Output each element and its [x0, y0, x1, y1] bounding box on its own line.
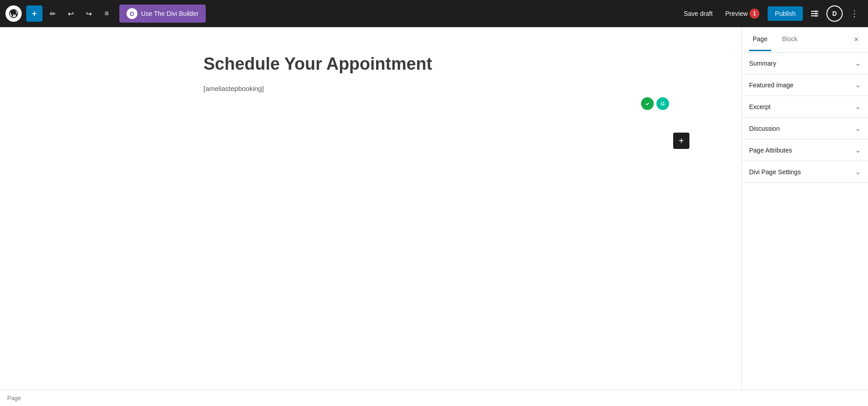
editor-inner: Schedule Your Appointment [ameliastepboo…	[185, 27, 556, 119]
svg-rect-4	[816, 10, 816, 17]
svg-rect-3	[811, 15, 818, 16]
discussion-section: Discussion ⌄	[742, 118, 868, 139]
main-area: Schedule Your Appointment [ameliastepboo…	[0, 27, 868, 390]
featured-image-section: Featured image ⌄	[742, 74, 868, 96]
editor-area: Schedule Your Appointment [ameliastepboo…	[0, 27, 741, 390]
divi-page-settings-section: Divi Page Settings ⌄	[742, 161, 868, 183]
divi-user-avatar[interactable]: D	[826, 5, 843, 22]
shortcode-block[interactable]: [ameliastepbooking]	[203, 85, 538, 92]
preview-button[interactable]: Preview 1	[721, 6, 764, 21]
featured-image-section-header[interactable]: Featured image ⌄	[742, 74, 868, 96]
undo-icon: ↩	[68, 10, 74, 18]
tab-page[interactable]: Page	[749, 28, 771, 51]
page-attributes-chevron-icon: ⌄	[855, 146, 861, 154]
grammarly-logo-icon[interactable]: G	[656, 97, 669, 110]
page-attributes-section-title: Page Attributes	[749, 147, 792, 154]
page-attributes-section-header[interactable]: Page Attributes ⌄	[742, 139, 868, 161]
divi-page-settings-section-header[interactable]: Divi Page Settings ⌄	[742, 161, 868, 182]
more-icon: ⋮	[850, 9, 859, 19]
status-bar: Page	[0, 390, 868, 406]
toggle-sidebar-button[interactable]	[807, 5, 823, 22]
svg-point-5	[645, 101, 650, 106]
excerpt-section: Excerpt ⌄	[742, 96, 868, 118]
close-icon: ×	[854, 35, 859, 44]
excerpt-section-title: Excerpt	[749, 103, 770, 110]
sidebar-header: Page Block ×	[742, 27, 868, 53]
discussion-section-title: Discussion	[749, 125, 780, 132]
sidebar-toggle-icon	[810, 9, 819, 18]
divi-builder-label: Use The Divi Builder	[141, 10, 198, 17]
save-draft-button[interactable]: Save draft	[679, 7, 717, 20]
notification-badge: 1	[750, 9, 760, 19]
edit-button[interactable]: ✏	[44, 5, 61, 22]
excerpt-chevron-icon: ⌄	[855, 102, 861, 111]
tools-button[interactable]: ≡	[99, 5, 115, 22]
featured-image-section-title: Featured image	[749, 81, 793, 89]
floating-icons: G	[641, 97, 669, 110]
discussion-chevron-icon: ⌄	[855, 124, 861, 133]
page-title[interactable]: Schedule Your Appointment	[203, 54, 538, 74]
plus-icon: +	[32, 9, 37, 19]
svg-rect-1	[811, 11, 818, 12]
undo-button[interactable]: ↩	[62, 5, 79, 22]
divi-builder-button[interactable]: D Use The Divi Builder	[119, 5, 206, 23]
tab-block[interactable]: Block	[778, 28, 801, 51]
more-options-button[interactable]: ⋮	[846, 5, 863, 22]
add-block-toolbar-button[interactable]: +	[26, 5, 42, 22]
add-block-button[interactable]: +	[673, 133, 689, 149]
divi-page-settings-chevron-icon: ⌄	[855, 167, 861, 176]
grammarly-check-icon[interactable]	[641, 97, 654, 110]
summary-section-header[interactable]: Summary ⌄	[742, 53, 868, 74]
redo-icon: ↪	[86, 10, 92, 18]
discussion-section-header[interactable]: Discussion ⌄	[742, 118, 868, 139]
wp-logo	[5, 5, 22, 22]
redo-button[interactable]: ↪	[80, 5, 97, 22]
sidebar-close-button[interactable]: ×	[850, 33, 863, 46]
summary-section: Summary ⌄	[742, 53, 868, 74]
add-block-plus-icon: +	[679, 136, 684, 145]
toolbar: + ✏ ↩ ↪ ≡ D Use The Divi Builder Save dr…	[0, 0, 868, 27]
svg-rect-2	[811, 13, 818, 14]
summary-section-title: Summary	[749, 60, 776, 67]
excerpt-section-header[interactable]: Excerpt ⌄	[742, 96, 868, 117]
pencil-icon: ✏	[50, 10, 56, 18]
summary-chevron-icon: ⌄	[855, 59, 861, 67]
status-bar-page-label: Page	[7, 395, 21, 401]
divi-page-settings-section-title: Divi Page Settings	[749, 168, 801, 176]
publish-button[interactable]: Publish	[768, 6, 803, 21]
toolbar-right: Save draft Preview 1 Publish D ⋮	[679, 5, 863, 22]
right-sidebar: Page Block × Summary ⌄ Featured image ⌄ …	[741, 27, 868, 390]
page-attributes-section: Page Attributes ⌄	[742, 139, 868, 161]
tools-icon: ≡	[104, 10, 108, 18]
divi-icon: D	[127, 8, 137, 19]
featured-image-chevron-icon: ⌄	[855, 81, 861, 89]
